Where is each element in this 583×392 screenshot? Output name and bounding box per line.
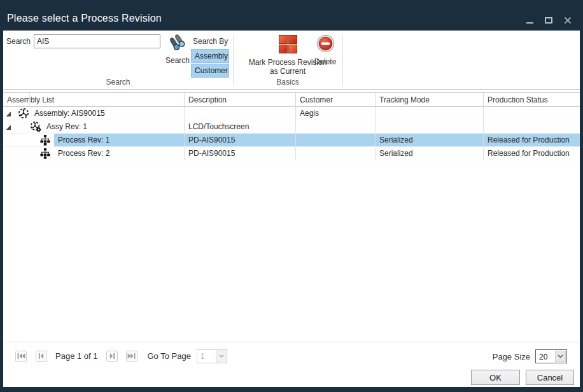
cancel-button[interactable]: Cancel — [526, 370, 574, 385]
search-by-assembly-toggle[interactable]: Assembly — [191, 49, 229, 63]
assembly-hub-icon — [18, 108, 29, 120]
goto-page-combo[interactable] — [197, 349, 227, 363]
maximize-button[interactable] — [544, 16, 553, 25]
cell-tracking-mode — [376, 120, 484, 133]
cell-description: PD-AIS90015 — [185, 134, 296, 146]
cell-customer — [296, 147, 376, 160]
last-page-button[interactable] — [126, 351, 137, 362]
ribbon-toolbar: Search Search Searc — [3, 31, 580, 90]
tree-row-label: Process Rev: 2 — [58, 149, 109, 158]
first-page-button[interactable] — [15, 351, 27, 362]
chevron-down-icon — [219, 354, 224, 358]
close-button[interactable] — [563, 16, 572, 25]
column-header-production-status[interactable]: Production Status — [484, 93, 580, 107]
next-page-icon — [109, 353, 115, 360]
assembly-gear-icon — [30, 121, 41, 133]
expander-icon[interactable] — [5, 123, 11, 130]
maximize-icon — [545, 17, 552, 24]
cell-description: LCD/Touchscreen — [185, 120, 296, 133]
page-size-select[interactable]: 20 — [535, 349, 567, 363]
org-chart-icon — [40, 135, 50, 146]
next-page-button[interactable] — [106, 351, 118, 362]
cell-customer: Aegis — [296, 107, 376, 120]
cell-tracking-mode — [376, 107, 484, 120]
previous-page-button[interactable] — [36, 351, 47, 362]
cell-production-status: Released for Production — [484, 134, 580, 146]
ribbon-group-separator — [342, 34, 343, 86]
tree-row-label: Assembly: AIS90015 — [34, 109, 105, 118]
search-label: Search — [6, 37, 31, 46]
search-button[interactable]: Search — [160, 34, 195, 74]
goto-page-label: Go To Page — [148, 351, 191, 361]
search-by-label: Search By — [193, 37, 228, 46]
red-four-pane-icon — [278, 34, 298, 54]
search-input[interactable] — [34, 34, 160, 48]
customer-toggle-label: Customer — [195, 66, 228, 75]
cell-description — [185, 107, 296, 120]
expander-icon[interactable] — [5, 110, 11, 116]
previous-page-icon — [38, 353, 45, 360]
cell-customer — [296, 120, 376, 133]
goto-page-dropdown-button[interactable] — [216, 350, 227, 363]
search-by-customer-toggle[interactable]: Customer — [191, 64, 229, 78]
org-chart-icon — [40, 148, 50, 160]
grid-header-row: Assembly List Description Customer Track… — [3, 93, 580, 107]
goto-page-input[interactable] — [197, 350, 216, 363]
cell-production-status: Released for Production — [484, 147, 580, 160]
process-revision-grid: Assembly List Description Customer Track… — [3, 92, 580, 342]
column-header-tracking-mode[interactable]: Tracking Mode — [376, 93, 484, 107]
dialog-title: Please select a Process Revision — [7, 13, 162, 24]
column-header-customer[interactable]: Customer — [296, 93, 376, 107]
column-header-assembly-list[interactable]: Assembly List — [3, 93, 185, 107]
column-header-description[interactable]: Description — [185, 93, 296, 107]
page-size-value: 20 — [536, 350, 554, 363]
first-page-icon — [17, 353, 25, 360]
table-row-process-rev-2[interactable]: Process Rev: 2 PD-AIS90015 Serialized Re… — [3, 147, 580, 160]
binoculars-icon — [168, 34, 187, 52]
client-area: Search Search Searc — [3, 31, 580, 387]
cell-tracking-mode: Serialized — [376, 134, 484, 146]
dialog-window: Please select a Process Revision Search — [0, 0, 583, 392]
cell-production-status — [484, 107, 580, 120]
page-size-label: Page Size — [493, 352, 530, 361]
assembly-toggle-label: Assembly — [195, 52, 228, 60]
tree-row-label: Process Rev: 1 — [58, 136, 109, 144]
no-entry-icon — [316, 34, 335, 53]
chevron-down-icon — [558, 354, 563, 358]
page-indicator: Page 1 of 1 — [47, 351, 106, 361]
cell-customer — [296, 134, 376, 146]
page-size-dropdown-button[interactable] — [555, 351, 566, 362]
title-bar: Please select a Process Revision — [0, 0, 583, 31]
table-row-process-rev-1-selected[interactable]: Process Rev: 1 PD-AIS90015 Serialized Re… — [3, 134, 580, 147]
cell-description: PD-AIS90015 — [185, 147, 296, 160]
mark-button-label-line2: as Current — [235, 67, 341, 76]
ok-button[interactable]: OK — [471, 370, 520, 385]
close-icon — [564, 17, 572, 24]
minimize-icon — [526, 22, 533, 24]
cell-tracking-mode: Serialized — [376, 147, 484, 160]
pager-bar: Page 1 of 1 Go To Page Page Size — [3, 342, 580, 370]
search-button-label: Search — [160, 56, 195, 65]
last-page-icon — [127, 353, 136, 360]
delete-button-label: Delete — [307, 57, 343, 66]
search-group-label: Search — [3, 78, 233, 87]
table-row-assy-rev[interactable]: Assy Rev: 1 LCD/Touchscreen — [3, 120, 580, 134]
cell-production-status — [484, 120, 580, 133]
basics-group-label: Basics — [233, 78, 342, 87]
minimize-button[interactable] — [525, 16, 534, 25]
tree-row-label: Assy Rev: 1 — [46, 122, 87, 131]
table-row-assembly[interactable]: Assembly: AIS90015 Aegis — [3, 107, 580, 120]
window-controls — [525, 15, 572, 25]
delete-button[interactable]: Delete — [307, 34, 343, 66]
